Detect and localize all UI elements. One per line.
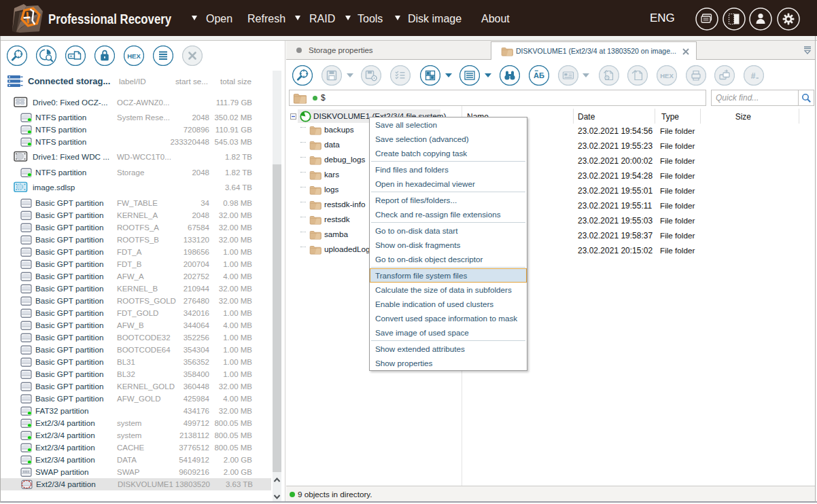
- svg-text:AБ: AБ: [534, 71, 544, 79]
- svg-text:HEX: HEX: [127, 52, 141, 60]
- svg-text:HEX: HEX: [660, 72, 674, 79]
- svg-text:#: #: [751, 71, 756, 81]
